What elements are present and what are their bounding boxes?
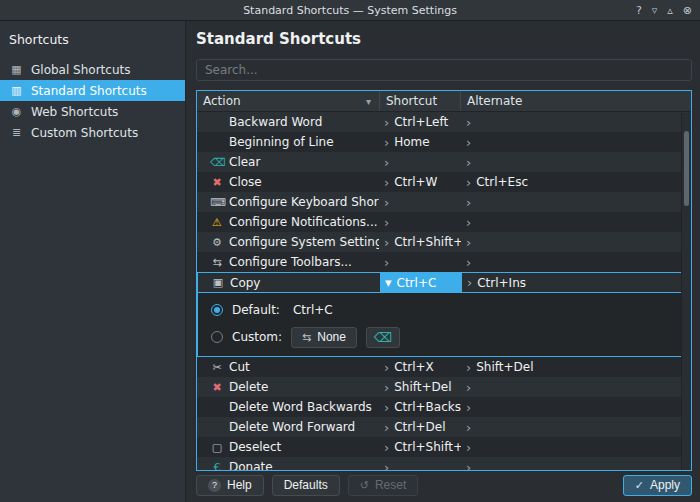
shortcut-cell[interactable]: ›	[379, 212, 461, 232]
table-row[interactable]: ✖ Close › Ctrl+W › Ctrl+Esc	[197, 172, 691, 192]
maximize-icon[interactable]: ▵	[667, 5, 673, 16]
action-cell[interactable]: ⚠ Configure Notifications...	[197, 212, 379, 232]
alternate-cell[interactable]: ›	[461, 132, 691, 152]
shortcut-cell[interactable]: › Ctrl+Shift+A	[379, 437, 461, 457]
shortcut-cell[interactable]: ›	[379, 457, 461, 470]
action-cell[interactable]: ⚙ Configure System Settings...	[197, 232, 379, 252]
chevron-right-icon[interactable]: ›	[466, 256, 471, 269]
shortcut-cell[interactable]: › Ctrl+Del	[379, 417, 461, 437]
sidebar-item-standard-shortcuts[interactable]: ▥ Standard Shortcuts	[0, 80, 185, 101]
table-row[interactable]: ⇆ Configure Toolbars... › ›	[197, 252, 691, 272]
action-cell[interactable]: ✂ Cut	[197, 357, 379, 377]
default-radio[interactable]	[211, 304, 223, 316]
table-row[interactable]: ⚙ Configure System Settings... › Ctrl+Sh…	[197, 232, 691, 252]
alternate-cell[interactable]: ›	[461, 377, 691, 397]
help-window-button[interactable]: ?	[636, 5, 642, 16]
alternate-cell[interactable]: ›	[461, 112, 691, 132]
alternate-cell[interactable]: ›	[461, 252, 691, 272]
defaults-button[interactable]: Defaults	[272, 475, 340, 496]
shortcut-cell[interactable]: › Shift+Del	[379, 377, 461, 397]
chevron-right-icon[interactable]: ›	[466, 216, 471, 229]
chevron-right-icon[interactable]: ›	[384, 461, 389, 471]
action-cell[interactable]: ⌨ Configure Keyboard Shortcuts...	[197, 192, 379, 212]
help-button[interactable]: ? Help	[196, 475, 264, 496]
custom-shortcut-button[interactable]: ⇆ None	[291, 327, 357, 348]
clear-shortcut-button[interactable]: ⌫	[366, 327, 400, 348]
chevron-right-icon[interactable]: ›	[466, 441, 471, 454]
chevron-right-icon[interactable]: ›	[466, 136, 471, 149]
chevron-right-icon[interactable]: ›	[466, 461, 471, 471]
action-cell[interactable]: € Donate	[197, 457, 379, 470]
alternate-cell[interactable]: ›	[461, 192, 691, 212]
shortcut-cell[interactable]: › Ctrl+Backspace	[379, 397, 461, 417]
chevron-right-icon[interactable]: ›	[384, 136, 389, 149]
shortcut-cell[interactable]: › Ctrl+Left	[379, 112, 461, 132]
shortcut-cell[interactable]: ›	[379, 252, 461, 272]
action-cell[interactable]: ✖ Close	[197, 172, 379, 192]
chevron-right-icon[interactable]: ›	[466, 361, 471, 374]
chevron-right-icon[interactable]: ›	[384, 236, 389, 249]
column-header-action[interactable]: Action ▾	[197, 91, 379, 111]
table-row[interactable]: Delete Word Backwards › Ctrl+Backspace ›	[197, 397, 691, 417]
shortcut-cell[interactable]: › Ctrl+Shift+,	[379, 232, 461, 252]
table-row[interactable]: Backward Word › Ctrl+Left ›	[197, 112, 691, 132]
chevron-right-icon[interactable]: ›	[384, 156, 389, 169]
shortcut-cell[interactable]: ›	[379, 152, 461, 172]
titlebar[interactable]: Standard Shortcuts — System Settings ? ▿…	[0, 0, 700, 21]
chevron-right-icon[interactable]: ›	[384, 176, 389, 189]
apply-button[interactable]: ✓ Apply	[623, 475, 692, 496]
table-row[interactable]: ▣ Copy ▾ Ctrl+C › Ctrl+Ins	[197, 272, 691, 293]
chevron-right-icon[interactable]: ›	[466, 116, 471, 129]
chevron-right-icon[interactable]: ›	[384, 421, 389, 434]
chevron-right-icon[interactable]: ›	[384, 441, 389, 454]
chevron-right-icon[interactable]: ›	[466, 401, 471, 414]
action-cell[interactable]: ▣ Copy	[198, 273, 380, 292]
chevron-down-icon[interactable]: ▾	[385, 276, 392, 289]
table-row[interactable]: ✖ Delete › Shift+Del ›	[197, 377, 691, 397]
chevron-right-icon[interactable]: ›	[466, 176, 471, 189]
shortcut-cell[interactable]: ▾ Ctrl+C	[380, 273, 462, 292]
table-row[interactable]: ⚠ Configure Notifications... › ›	[197, 212, 691, 232]
action-cell[interactable]: Delete Word Forward	[197, 417, 379, 437]
chevron-right-icon[interactable]: ›	[467, 276, 472, 289]
chevron-right-icon[interactable]: ›	[466, 236, 471, 249]
column-header-shortcut[interactable]: Shortcut	[379, 91, 461, 111]
shortcut-cell[interactable]: ›	[379, 192, 461, 212]
action-cell[interactable]: Beginning of Line	[197, 132, 379, 152]
chevron-right-icon[interactable]: ›	[384, 116, 389, 129]
action-cell[interactable]: ⌫ Clear	[197, 152, 379, 172]
sidebar-item-global-shortcuts[interactable]: ▦ Global Shortcuts	[0, 59, 185, 80]
shortcut-cell[interactable]: › Ctrl+W	[379, 172, 461, 192]
chevron-right-icon[interactable]: ›	[466, 196, 471, 209]
alternate-cell[interactable]: ›	[461, 417, 691, 437]
table-row[interactable]: Beginning of Line › Home ›	[197, 132, 691, 152]
close-window-icon[interactable]: ⊗	[683, 5, 692, 16]
chevron-right-icon[interactable]: ›	[384, 256, 389, 269]
table-row[interactable]: € Donate › ›	[197, 457, 691, 470]
vertical-scrollbar[interactable]	[681, 113, 691, 470]
table-row[interactable]: ✂ Cut › Ctrl+X › Shift+Del	[197, 357, 691, 377]
alternate-cell[interactable]: ›	[461, 437, 691, 457]
alternate-cell[interactable]: › Ctrl+Esc	[461, 172, 691, 192]
reset-button[interactable]: ↺ Reset	[348, 475, 419, 496]
chevron-right-icon[interactable]: ›	[384, 216, 389, 229]
chevron-right-icon[interactable]: ›	[466, 156, 471, 169]
chevron-right-icon[interactable]: ›	[384, 361, 389, 374]
action-cell[interactable]: ⇆ Configure Toolbars...	[197, 252, 379, 272]
alternate-cell[interactable]: ›	[461, 232, 691, 252]
sidebar-item-custom-shortcuts[interactable]: ≣ Custom Shortcuts	[0, 122, 185, 143]
chevron-right-icon[interactable]: ›	[466, 421, 471, 434]
action-cell[interactable]: Delete Word Backwards	[197, 397, 379, 417]
table-row[interactable]: ⌫ Clear › ›	[197, 152, 691, 172]
alternate-cell[interactable]: › Shift+Del	[461, 357, 691, 377]
alternate-cell[interactable]: ›	[461, 152, 691, 172]
chevron-right-icon[interactable]: ›	[384, 196, 389, 209]
action-cell[interactable]: Backward Word	[197, 112, 379, 132]
scrollbar-handle[interactable]	[684, 131, 689, 206]
alternate-cell[interactable]: ›	[461, 457, 691, 470]
alternate-cell[interactable]: › Ctrl+Ins	[462, 273, 690, 292]
column-header-alternate[interactable]: Alternate	[461, 91, 691, 111]
search-input[interactable]	[196, 59, 692, 81]
chevron-right-icon[interactable]: ›	[384, 381, 389, 394]
table-row[interactable]: ⌨ Configure Keyboard Shortcuts... › ›	[197, 192, 691, 212]
